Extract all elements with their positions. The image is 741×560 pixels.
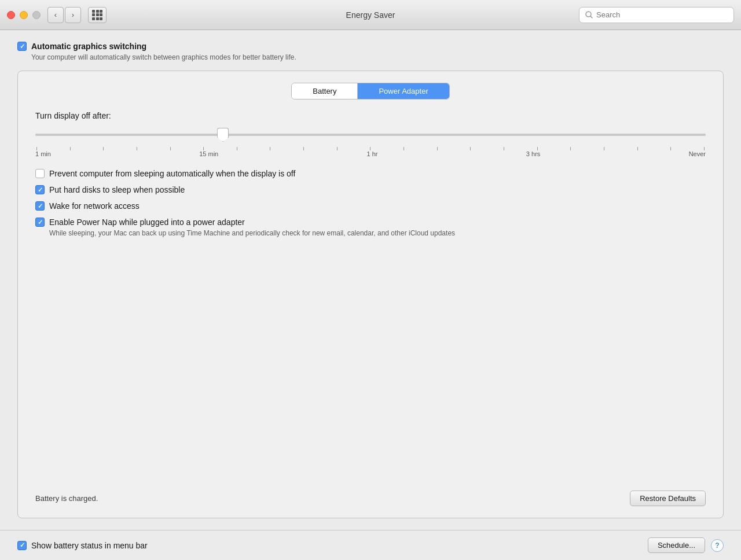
help-button[interactable]: ? xyxy=(711,539,724,552)
power-nap-item: ✓ Enable Power Nap while plugged into a … xyxy=(35,218,706,237)
search-input[interactable] xyxy=(596,10,728,19)
checkmark-icon: ✓ xyxy=(38,187,43,193)
tab-battery[interactable]: Battery xyxy=(292,83,358,99)
checkmark-icon: ✓ xyxy=(20,542,25,548)
checkmark-icon: ✓ xyxy=(38,219,43,226)
panel-footer: Battery is charged. Restore Defaults xyxy=(35,491,706,506)
minimize-button[interactable] xyxy=(20,11,28,19)
hard-disks-checkbox[interactable]: ✓ xyxy=(35,185,45,194)
slider-labels-row: 1 min 15 min 1 hr 3 hrs Never xyxy=(35,150,706,157)
show-battery-row: ✓ Show battery status in menu bar xyxy=(17,541,148,550)
titlebar: ‹ › Energy Saver xyxy=(0,0,741,30)
options-checkboxes: Prevent computer from sleeping automatic… xyxy=(35,169,706,237)
show-battery-checkbox[interactable]: ✓ xyxy=(17,541,27,550)
grid-view-button[interactable] xyxy=(88,7,107,23)
search-icon xyxy=(585,11,593,19)
svg-line-1 xyxy=(590,16,592,18)
power-nap-description: While sleeping, your Mac can back up usi… xyxy=(49,229,706,237)
slider-thumb[interactable] xyxy=(217,128,229,142)
power-nap-checkbox[interactable]: ✓ xyxy=(35,218,45,227)
maximize-button[interactable] xyxy=(32,11,41,19)
hard-disks-item: ✓ Put hard disks to sleep when possible xyxy=(35,185,706,194)
traffic-lights xyxy=(7,11,41,19)
slider-label-3hrs: 3 hrs xyxy=(526,150,540,157)
slider-label-1hr: 1 hr xyxy=(367,150,378,157)
auto-graphics-label: Automatic graphics switching xyxy=(31,42,146,51)
wake-network-item: ✓ Wake for network access xyxy=(35,201,706,211)
power-nap-label: Enable Power Nap while plugged into a po… xyxy=(49,218,245,227)
prevent-sleep-checkbox[interactable] xyxy=(35,169,45,178)
bottom-right-controls: Schedule... ? xyxy=(648,537,724,553)
battery-status: Battery is charged. xyxy=(35,494,98,503)
slider-label-15min: 15 min xyxy=(199,150,218,157)
wake-network-checkbox[interactable]: ✓ xyxy=(35,201,45,211)
tab-wrapper: Battery Power Adapter xyxy=(291,83,449,100)
prevent-sleep-item: Prevent computer from sleeping automatic… xyxy=(35,169,706,178)
grid-icon xyxy=(92,10,102,20)
tab-segmented-control: Battery Power Adapter xyxy=(35,83,706,100)
hard-disks-label: Put hard disks to sleep when possible xyxy=(49,185,185,194)
schedule-button[interactable]: Schedule... xyxy=(648,537,705,553)
slider-track-container[interactable] xyxy=(35,126,706,143)
back-button[interactable]: ‹ xyxy=(47,7,64,23)
window-title: Energy Saver xyxy=(346,10,395,20)
bottom-bar: ✓ Show battery status in menu bar Schedu… xyxy=(0,530,741,560)
slider-row xyxy=(35,126,706,143)
close-button[interactable] xyxy=(7,11,15,19)
auto-graphics-description: Your computer will automatically switch … xyxy=(31,53,724,61)
tab-power-adapter[interactable]: Power Adapter xyxy=(358,83,449,99)
checkmark-icon: ✓ xyxy=(38,203,43,209)
nav-buttons: ‹ › xyxy=(47,7,81,23)
prevent-sleep-row: Prevent computer from sleeping automatic… xyxy=(35,169,706,178)
slider-label-1min: 1 min xyxy=(35,150,51,157)
auto-graphics-row: ✓ Automatic graphics switching xyxy=(17,42,724,51)
power-nap-row: ✓ Enable Power Nap while plugged into a … xyxy=(35,218,706,227)
prevent-sleep-label: Prevent computer from sleeping automatic… xyxy=(49,169,295,178)
checkmark-icon: ✓ xyxy=(20,43,25,50)
forward-button[interactable]: › xyxy=(65,7,81,23)
settings-panel: Battery Power Adapter Turn display off a… xyxy=(17,71,724,518)
slider-label: Turn display off after: xyxy=(35,111,706,120)
restore-defaults-button[interactable]: Restore Defaults xyxy=(630,491,706,506)
search-box[interactable] xyxy=(579,7,734,23)
display-off-slider-section: Turn display off after: xyxy=(35,111,706,157)
main-content: ✓ Automatic graphics switching Your comp… xyxy=(0,30,741,530)
auto-graphics-checkbox[interactable]: ✓ xyxy=(17,42,27,51)
auto-graphics-section: ✓ Automatic graphics switching Your comp… xyxy=(17,42,724,61)
show-battery-label: Show battery status in menu bar xyxy=(31,541,148,550)
wake-network-label: Wake for network access xyxy=(49,201,140,211)
wake-network-row: ✓ Wake for network access xyxy=(35,201,706,211)
slider-label-never: Never xyxy=(689,150,706,157)
hard-disks-row: ✓ Put hard disks to sleep when possible xyxy=(35,185,706,194)
slider-track xyxy=(35,134,706,136)
